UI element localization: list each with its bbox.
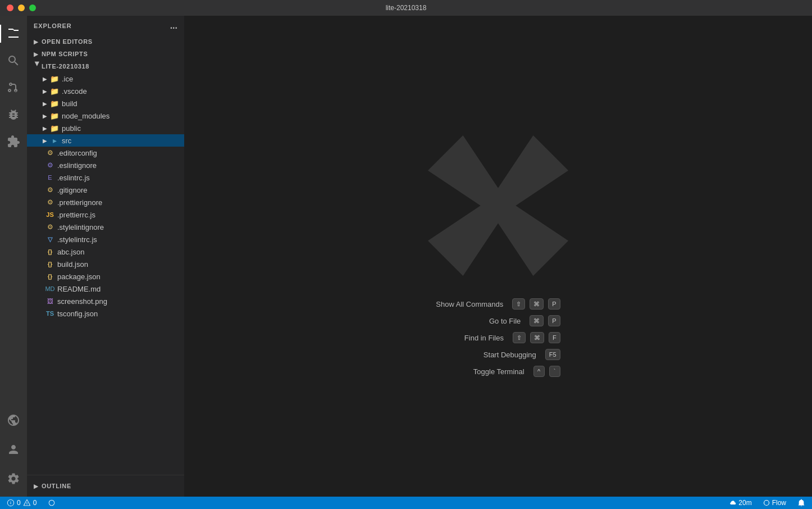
source-control-icon	[7, 81, 20, 94]
remote-icon	[7, 413, 20, 427]
sidebar-bottom: ▶ OUTLINE	[27, 475, 184, 497]
kbd-shift: ⇧	[512, 298, 525, 310]
kbd-cmd: ⌘	[530, 315, 544, 326]
status-remote[interactable]: 20m	[727, 497, 754, 509]
json-file-icon: {}	[45, 259, 55, 269]
file-eslintrc[interactable]: E .eslintrc.js	[27, 171, 184, 184]
file-build-json[interactable]: {} build.json	[27, 258, 184, 270]
folder-src[interactable]: ▶ ▸ src	[27, 134, 184, 147]
files-icon	[7, 27, 20, 40]
folder-icon: 📁	[49, 74, 60, 84]
activity-item-debug[interactable]	[0, 101, 27, 128]
file-name: .prettierignore	[57, 198, 102, 207]
section-npm-scripts[interactable]: ▶ NPM SCRIPTS	[27, 48, 184, 60]
outline-label: OUTLINE	[42, 483, 71, 489]
section-project-root[interactable]: ▶ LITE-20210318	[27, 60, 184, 72]
sidebar-content: ▶ OPEN EDITORS ▶ NPM SCRIPTS ▶ LITE-2021…	[27, 35, 184, 475]
vscode-watermark	[428, 135, 568, 276]
json-file-icon: {}	[45, 271, 55, 281]
sidebar-header-actions[interactable]: ...	[170, 21, 177, 31]
activity-item-explorer[interactable]	[0, 20, 27, 47]
sync-icon	[48, 499, 56, 507]
search-icon	[7, 54, 20, 67]
file-gitignore[interactable]: ⚙ .gitignore	[27, 184, 184, 196]
status-bell[interactable]	[795, 497, 808, 509]
minimize-button[interactable]	[18, 4, 25, 11]
file-prettierrc[interactable]: JS .prettierrc.js	[27, 208, 184, 221]
sidebar-header: Explorer ...	[27, 16, 184, 35]
shortcut-find-in-files: Find in Files ⇧ ⌘ F	[464, 332, 560, 343]
file-package-json[interactable]: {} package.json	[27, 270, 184, 283]
ts-file-icon: TS	[45, 308, 55, 319]
debug-icon	[7, 108, 20, 121]
kbd-backtick: `	[549, 366, 560, 377]
folder-icon: 📁	[49, 98, 60, 108]
file-name: .gitignore	[57, 186, 87, 194]
file-tsconfig[interactable]: TS tsconfig.json	[27, 307, 184, 320]
close-button[interactable]	[7, 4, 13, 11]
file-name: tsconfig.json	[57, 310, 98, 318]
file-readme[interactable]: MD README.md	[27, 283, 184, 295]
file-name: .eslintignore	[57, 161, 97, 170]
chevron-right-icon: ▶	[40, 87, 49, 96]
folder-node-modules[interactable]: ▶ 📁 node_modules	[27, 110, 184, 122]
activity-item-source-control[interactable]	[0, 74, 27, 101]
file-prettierignore[interactable]: ⚙ .prettierignore	[27, 196, 184, 208]
activity-bar	[0, 16, 27, 497]
error-count: 0	[17, 499, 21, 507]
file-stylelintrc[interactable]: ▽ .stylelintrc.js	[27, 233, 184, 246]
cloud-icon	[729, 499, 736, 506]
kbd-cmd: ⌘	[530, 298, 544, 310]
chevron-right-icon: ▶	[40, 124, 49, 133]
flow-icon	[763, 499, 770, 506]
warning-icon	[23, 499, 31, 507]
sidebar: Explorer ... ▶ OPEN EDITORS ▶ NPM SCRIPT…	[27, 16, 184, 497]
file-name: README.md	[57, 285, 101, 293]
more-actions-button[interactable]: ...	[170, 21, 177, 31]
activity-item-search[interactable]	[0, 47, 27, 74]
folder-name: node_modules	[62, 112, 110, 120]
file-name: package.json	[57, 272, 101, 281]
gear-file-icon: ⚙	[45, 148, 55, 158]
flow-label: Flow	[772, 499, 786, 507]
folder-build[interactable]: ▶ 📁 build	[27, 97, 184, 110]
folder-icon: 📁	[49, 86, 60, 96]
account-icon	[7, 443, 20, 456]
folder-vscode[interactable]: ▶ 📁 .vscode	[27, 85, 184, 97]
file-eslintignore[interactable]: ⚙ .eslintignore	[27, 159, 184, 171]
file-screenshot[interactable]: 🖼 screenshot.png	[27, 295, 184, 307]
folder-name: .ice	[62, 75, 73, 83]
chevron-right-icon: ▶	[31, 49, 40, 58]
activity-item-extensions[interactable]	[0, 128, 27, 155]
section-open-editors[interactable]: ▶ OPEN EDITORS	[27, 35, 184, 48]
prettier-file-icon: JS	[45, 210, 55, 220]
traffic-lights	[7, 4, 36, 11]
open-editors-label: OPEN EDITORS	[42, 38, 93, 45]
status-sync[interactable]	[45, 497, 58, 509]
file-name: .stylelintrc.js	[57, 235, 97, 244]
file-name: .eslintrc.js	[57, 174, 90, 182]
file-stylelintignore[interactable]: ⚙ .stylelintignore	[27, 221, 184, 233]
activity-item-remote[interactable]	[0, 407, 27, 434]
file-editorconfig[interactable]: ⚙ .editorconfig	[27, 147, 184, 159]
status-flow[interactable]: Flow	[761, 497, 788, 509]
kbd-shift: ⇧	[513, 332, 526, 343]
git-file-icon: ⚙	[45, 185, 55, 195]
folder-name: src	[62, 137, 71, 145]
section-outline[interactable]: ▶ OUTLINE	[27, 480, 184, 492]
file-abc-json[interactable]: {} abc.json	[27, 246, 184, 258]
kbd-p: P	[548, 315, 560, 326]
folder-ice[interactable]: ▶ 📁 .ice	[27, 72, 184, 85]
maximize-button[interactable]	[29, 4, 36, 11]
activity-item-settings[interactable]	[0, 465, 27, 492]
status-errors-warnings[interactable]: 0 0	[4, 497, 39, 509]
shortcut-go-to-file: Go to File ⌘ P	[489, 315, 560, 326]
gear-file-icon: ⚙	[45, 197, 55, 207]
activity-item-account[interactable]	[0, 436, 27, 463]
folder-public[interactable]: ▶ 📁 public	[27, 122, 184, 134]
status-left: 0 0	[4, 497, 58, 509]
shortcut-label: Toggle Terminal	[473, 367, 524, 376]
sidebar-header-title: Explorer	[34, 22, 72, 29]
bell-icon	[797, 499, 805, 507]
welcome-shortcuts: Show All Commands ⇧ ⌘ P Go to File ⌘ P F…	[436, 298, 560, 377]
